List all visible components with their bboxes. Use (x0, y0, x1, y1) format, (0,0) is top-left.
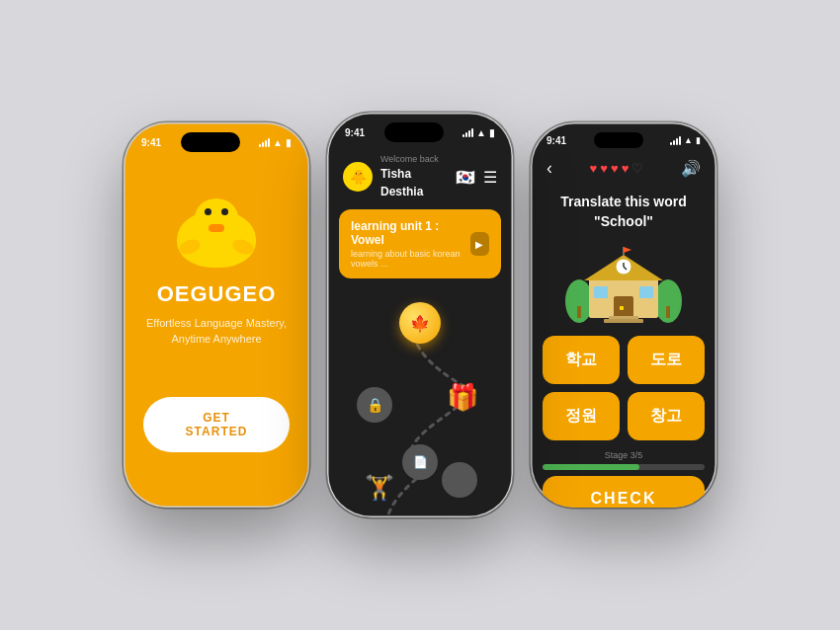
lesson-banner[interactable]: learning unit 1 : Vowel learning about b… (339, 209, 501, 278)
status-bar-1: 9:41 ▲ ▮ (124, 122, 309, 152)
school-svg (564, 237, 683, 326)
splash-body: OEGUGEO Effortless Language Mastery, Any… (124, 152, 309, 498)
battery-icon-3: ▮ (696, 135, 701, 145)
signal-icon-1 (259, 137, 270, 147)
svg-rect-7 (620, 306, 624, 310)
duck-mascot (177, 198, 256, 268)
welcome-label: Welcome back (380, 154, 456, 164)
svg-rect-2 (577, 306, 581, 318)
lesson-title: learning unit 1 : Vowel (351, 219, 470, 247)
stage-label: Stage 3/5 (543, 450, 705, 460)
progress-bar-fill (543, 464, 639, 470)
quiz-nav: ‹ ♥ ♥ ♥ ♥ ♡ 🔊 (531, 154, 716, 187)
status-time-2: 9:41 (345, 127, 365, 138)
answer-button-3[interactable]: 정원 (543, 392, 620, 440)
heart-3: ♥ (611, 161, 619, 176)
lesson-sub: learning about basic korean vowels ... (351, 249, 470, 269)
get-started-button[interactable]: GET STARTED (143, 397, 290, 452)
battery-icon-1: ▮ (286, 137, 292, 148)
answer-button-1[interactable]: 학교 (543, 336, 620, 384)
quiz-title: Translate this word "School" (546, 193, 701, 231)
svg-rect-16 (604, 319, 643, 323)
school-illustration (564, 237, 683, 326)
svg-rect-9 (639, 286, 653, 298)
phone-splash: 9:41 ▲ ▮ (124, 122, 309, 508)
menu-icon[interactable]: ☰ (483, 168, 497, 187)
answer-button-4[interactable]: 창고 (628, 392, 705, 440)
svg-marker-14 (624, 247, 631, 253)
wifi-icon-2: ▲ (476, 127, 486, 138)
heart-4: ♥ (622, 161, 630, 176)
dynamic-island-1 (181, 132, 240, 152)
battery-icon-2: ▮ (489, 127, 495, 138)
wifi-icon-1: ▲ (273, 137, 283, 148)
flag-icon[interactable]: 🇰🇷 (456, 168, 475, 187)
heart-2: ♥ (600, 161, 608, 176)
dynamic-island-2 (384, 122, 444, 142)
hearts-container: ♥ ♥ ♥ ♥ ♡ (590, 161, 644, 176)
phone-quiz: 9:41 ▲ ▮ ‹ ♥ ♥ ♥ ♥ ♡ (531, 122, 716, 508)
map-node-chest[interactable]: 🎁 (440, 377, 485, 417)
wifi-icon-3: ▲ (684, 135, 693, 145)
map-node-lock: 🔒 (357, 387, 392, 423)
signal-icon-3 (670, 135, 681, 145)
duck-eye-left (205, 208, 211, 215)
status-time-3: 9:41 (546, 135, 566, 146)
app-title: OEGUGEO (157, 281, 277, 307)
phones-container: 9:41 ▲ ▮ (104, 93, 736, 537)
heart-1: ♥ (590, 161, 598, 176)
app-subtitle: Effortless Language Mastery, Anytime Any… (146, 315, 287, 348)
play-button[interactable]: ▶ (470, 232, 489, 256)
progress-bar-bg (543, 464, 705, 470)
status-bar-3: 9:41 ▲ ▮ (531, 122, 716, 154)
svg-rect-3 (666, 306, 670, 318)
status-bar-2: 9:41 ▲ ▮ (327, 113, 513, 146)
map-header: 🐥 Welcome back Tisha Desthia 🇰🇷 ☰ (327, 146, 513, 209)
answer-button-2[interactable]: 도로 (628, 336, 705, 384)
duck-beak (209, 224, 224, 232)
map-node-coin[interactable]: 🍁 (399, 302, 441, 344)
status-time-1: 9:41 (141, 137, 161, 148)
header-icons: 🇰🇷 ☰ (456, 168, 497, 187)
user-avatar: 🐥 (343, 162, 373, 192)
status-icons-2: ▲ ▮ (462, 127, 495, 138)
back-button[interactable]: ‹ (546, 158, 552, 179)
duck-head (195, 198, 238, 238)
map-node-gray (442, 462, 477, 498)
lesson-info: learning unit 1 : Vowel learning about b… (351, 219, 470, 269)
sound-button[interactable]: 🔊 (681, 159, 701, 178)
map-node-dumbbell[interactable]: 🏋️ (355, 468, 404, 508)
map-node-mid: 📄 (402, 444, 438, 480)
welcome-text: Welcome back Tisha Desthia (380, 154, 456, 199)
map-area: 🍁 🎁 🔒 📄 🏋️ (327, 288, 513, 517)
answer-grid: 학교 도로 정원 창고 (543, 336, 705, 440)
dynamic-island-3 (594, 132, 643, 148)
check-button[interactable]: CHECK (543, 476, 705, 508)
status-icons-1: ▲ ▮ (259, 137, 292, 148)
signal-icon-2 (462, 127, 473, 137)
progress-area: Stage 3/5 (543, 450, 705, 470)
phone-map: 9:41 ▲ ▮ 🐥 Welcome back Tisha Desthia (327, 113, 513, 517)
user-name: Tisha Desthia (380, 167, 423, 198)
status-icons-3: ▲ ▮ (670, 135, 701, 145)
svg-rect-8 (594, 286, 608, 298)
duck-eye-right (221, 208, 228, 215)
heart-5: ♡ (631, 161, 643, 176)
